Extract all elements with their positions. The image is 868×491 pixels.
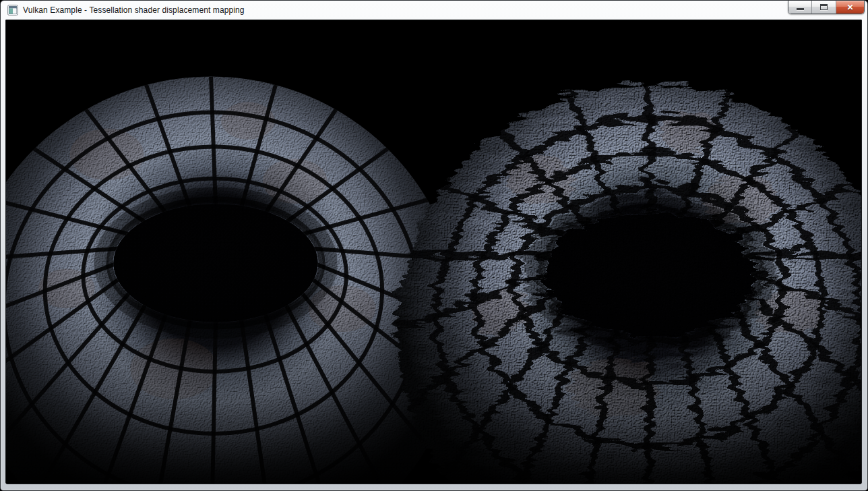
bottom-vignette xyxy=(6,289,861,484)
window-controls: ✕ xyxy=(788,1,865,14)
close-icon: ✕ xyxy=(846,3,853,11)
maximize-icon xyxy=(820,4,828,10)
maximize-button[interactable] xyxy=(811,1,836,13)
titlebar[interactable]: Vulkan Example - Tessellation shader dis… xyxy=(1,1,867,20)
minimize-icon xyxy=(797,8,804,10)
close-button[interactable]: ✕ xyxy=(836,1,864,13)
app-window: Vulkan Example - Tessellation shader dis… xyxy=(0,0,868,491)
render-viewport[interactable] xyxy=(5,20,862,484)
window-title: Vulkan Example - Tessellation shader dis… xyxy=(23,5,245,15)
minimize-button[interactable] xyxy=(788,1,811,13)
app-icon xyxy=(7,5,18,16)
